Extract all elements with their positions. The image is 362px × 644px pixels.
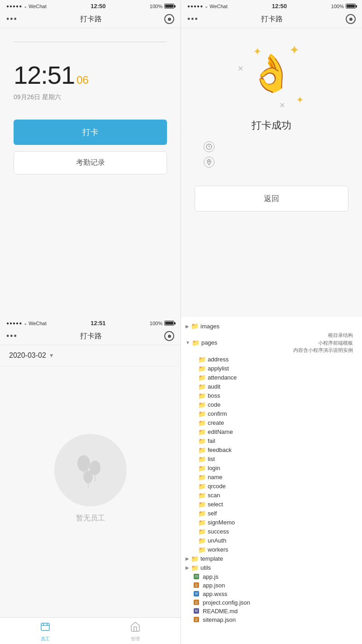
- signal-dots-bottom: ●●●●●: [6, 321, 22, 326]
- tree-item-select[interactable]: ▶ 📁 select: [181, 500, 362, 509]
- folder-icon-list: 📁: [198, 456, 206, 463]
- folder-icon-editname: 📁: [198, 428, 206, 436]
- status-bar-left: ●●●●● ⌄ WeChat 12:50 100%: [0, 0, 181, 11]
- tree-item-label-confirm: confirm: [208, 410, 227, 417]
- annotation-line1: 根目录结构: [293, 332, 353, 339]
- tab-employee-icon: [40, 621, 51, 635]
- tree-item-audit[interactable]: ▶ 📁 audit: [181, 382, 362, 391]
- tab-bar: 员工 管理: [0, 617, 181, 644]
- nav-dots-left: •••: [6, 14, 18, 24]
- status-bar-bottom: ●●●●● ⌄ WeChat 12:51 100%: [0, 317, 181, 328]
- nav-circle-inner-bottom: [168, 335, 171, 338]
- phone-left: ●●●●● ⌄ WeChat 12:50 100% ••• 打卡路 12:51 …: [0, 0, 181, 317]
- tree-item-code[interactable]: ▶ 📁 code: [181, 400, 362, 409]
- nav-circle-bottom[interactable]: [164, 331, 174, 341]
- nav-circle-right[interactable]: [346, 14, 356, 24]
- folder-icon-boss: 📁: [198, 392, 206, 399]
- nav-title-bottom: 打卡路: [80, 332, 102, 341]
- tree-item-boss[interactable]: ▶ 📁 boss: [181, 391, 362, 400]
- tree-item-label-audit: audit: [208, 383, 220, 390]
- tree-item-appjs[interactable]: JS app.js: [181, 572, 362, 581]
- tree-item-success[interactable]: ▶ 📁 success: [181, 527, 362, 536]
- tree-item-label-boss: boss: [208, 392, 220, 399]
- tab-manage[interactable]: 管理: [90, 621, 181, 642]
- tree-item-sitemap[interactable]: {} sitemap.json: [181, 615, 362, 624]
- status-time-bottom: 12:51: [90, 320, 105, 327]
- tree-item-self[interactable]: ▶ 📁 self: [181, 509, 362, 518]
- tree-item-workers[interactable]: ▶ 📁 workers: [181, 545, 362, 554]
- tree-item-scan[interactable]: ▶ 📁 scan: [181, 491, 362, 500]
- tree-item-label-select: select: [208, 501, 223, 508]
- signal-left: ●●●●● ⌄ WeChat: [6, 4, 47, 9]
- return-button[interactable]: 返回: [195, 186, 348, 211]
- tree-item-label-qrcode: qrcode: [208, 483, 226, 490]
- tree-item-feedback[interactable]: ▶ 📁 feedback: [181, 446, 362, 455]
- tree-item-readme[interactable]: M README.md: [181, 607, 362, 615]
- nav-circle-left[interactable]: [164, 14, 174, 24]
- tree-item-applylist[interactable]: ▶ 📁 applylist: [181, 364, 362, 373]
- arrow-icon-pages: ▼: [186, 340, 190, 345]
- status-time-right: 12:50: [272, 3, 287, 10]
- phone-right: ●●●●● ⌄ WeChat 12:50 100% ••• 打卡路 ✦ ✦: [181, 0, 362, 317]
- tree-item-name[interactable]: ▶ 📁 name: [181, 473, 362, 482]
- tab-manage-label: 管理: [131, 636, 140, 642]
- folder-icon-signmemo: 📁: [198, 519, 206, 526]
- tree-item-confirm[interactable]: ▶ 📁 confirm: [181, 409, 362, 418]
- top-row: ●●●●● ⌄ WeChat 12:50 100% ••• 打卡路 12:51 …: [0, 0, 362, 317]
- folder-icon-utils: 📁: [191, 564, 199, 572]
- empty-employee-label: 暂无员工: [76, 514, 105, 523]
- phone-right-content: ✦ ✦ ✦ ✕ ✕ 👌 打卡成功: [181, 28, 362, 317]
- file-icon-readme: M: [194, 608, 199, 614]
- bottom-row: ●●●●● ⌄ WeChat 12:51 100% ••• 打卡路 2020-0…: [0, 317, 362, 644]
- tree-item-label-code: code: [208, 401, 220, 408]
- nav-dots-bottom: •••: [6, 332, 18, 341]
- date-display: 09月26日 星期六: [14, 93, 167, 101]
- tree-item-label-success: success: [208, 528, 229, 535]
- folder-icon-success: 📁: [198, 528, 206, 535]
- tree-item-attendance[interactable]: ▶ 📁 attendance: [181, 373, 362, 382]
- tab-employee[interactable]: 员工: [0, 621, 90, 642]
- tree-item-label-login: login: [208, 465, 220, 471]
- tree-item-unauth[interactable]: ▶ 📁 unAuth: [181, 536, 362, 545]
- empty-employee-circle: [54, 434, 127, 506]
- status-time-left: 12:50: [90, 3, 105, 10]
- battery-icon-left: [164, 4, 174, 9]
- tree-item-appjson[interactable]: {} app.json: [181, 581, 362, 590]
- tree-item-pages[interactable]: ▼ 📁 pages 根目录结构 小程序前端模板 内容含小程序演示说明实例: [181, 331, 362, 355]
- tree-item-qrcode[interactable]: ▶ 📁 qrcode: [181, 482, 362, 491]
- tab-employee-label: 员工: [41, 636, 50, 642]
- tree-item-utils[interactable]: ▶ 📁 utils: [181, 563, 362, 572]
- tree-item-projectconfig[interactable]: {} project.config.json: [181, 598, 362, 607]
- tree-item-login[interactable]: ▶ 📁 login: [181, 464, 362, 473]
- tree-item-address[interactable]: ▶ 📁 address: [181, 355, 362, 364]
- tree-item-appwxss[interactable]: W app.wxss: [181, 590, 362, 598]
- tree-item-label-name: name: [208, 474, 223, 481]
- punch-button[interactable]: 打卡: [14, 120, 167, 145]
- tree-item-list[interactable]: ▶ 📁 list: [181, 455, 362, 464]
- nav-circle-inner-left: [168, 18, 171, 21]
- tree-item-label-workers: workers: [208, 546, 229, 553]
- folder-icon-workers: 📁: [198, 546, 206, 553]
- tree-item-images[interactable]: ▶ 📁 images: [181, 322, 362, 331]
- folder-icon-address: 📁: [198, 356, 206, 363]
- file-icon-projectconfig: {}: [194, 600, 199, 605]
- tree-item-label-attendance: attendance: [208, 374, 237, 381]
- tree-item-create[interactable]: ▶ 📁 create: [181, 418, 362, 428]
- tree-item-label-template: template: [200, 555, 223, 562]
- attendance-button[interactable]: 考勤记录: [14, 151, 167, 174]
- tree-item-label-sitemap: sitemap.json: [203, 616, 236, 623]
- tree-item-signmemo[interactable]: ▶ 📁 signMemo: [181, 518, 362, 527]
- tree-item-label-list: list: [208, 456, 215, 462]
- nav-title-left: 打卡路: [80, 14, 102, 24]
- svg-point-6: [84, 471, 93, 483]
- date-selector[interactable]: 2020-03-02 ▼: [0, 345, 181, 366]
- folder-icon-name: 📁: [198, 474, 206, 481]
- tree-item-template[interactable]: ▶ 📁 template: [181, 554, 362, 563]
- sparkle-gray-icon-1: ✕: [238, 64, 243, 73]
- nav-title-right: 打卡路: [261, 14, 283, 24]
- tree-item-editname[interactable]: ▶ 📁 editName: [181, 428, 362, 437]
- tree-item-label-appjs: app.js: [203, 573, 219, 580]
- battery-pct-bottom: 100%: [150, 321, 162, 326]
- tree-item-fail[interactable]: ▶ 📁 fail: [181, 437, 362, 446]
- balloon-svg: [68, 447, 113, 493]
